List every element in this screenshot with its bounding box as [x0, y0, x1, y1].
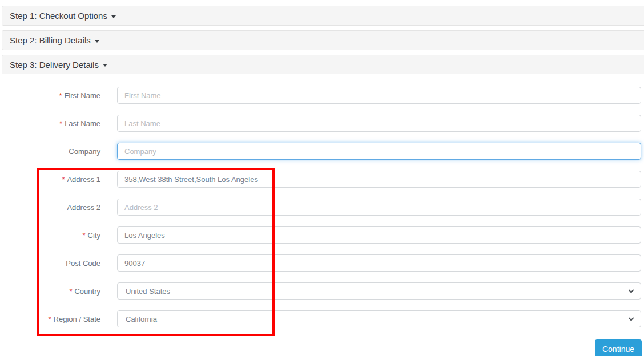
continue-button[interactable]: Continue	[595, 339, 642, 356]
address-2-input[interactable]	[117, 199, 641, 216]
delivery-details-panel: Step 3: Delivery Details *First Name *La…	[2, 55, 644, 356]
required-marker: *	[62, 175, 65, 184]
required-marker: *	[49, 315, 51, 323]
last-name-row: *Last Name	[2, 115, 644, 132]
region-state-row: *Region / State California	[2, 310, 644, 327]
address-2-label: Address 2	[2, 203, 100, 212]
region-state-select[interactable]: California	[117, 310, 641, 327]
caret-down-icon	[95, 40, 99, 43]
address-1-input[interactable]	[117, 171, 641, 188]
last-name-input[interactable]	[117, 115, 641, 132]
required-marker: *	[83, 231, 86, 240]
post-code-row: Post Code	[2, 254, 644, 272]
post-code-label: Post Code	[2, 259, 100, 268]
checkout-options-panel: Step 1: Checkout Options	[2, 6, 644, 26]
required-marker: *	[59, 91, 62, 100]
company-input[interactable]	[117, 143, 641, 160]
delivery-details-header-label: Step 3: Delivery Details	[10, 60, 99, 70]
caret-down-icon	[103, 64, 107, 67]
first-name-label: *First Name	[2, 91, 100, 100]
city-row: *City	[2, 226, 644, 244]
checkout-options-header-label: Step 1: Checkout Options	[10, 11, 107, 21]
country-row: *Country United States	[2, 282, 644, 300]
post-code-input[interactable]	[117, 254, 641, 272]
checkout-options-header[interactable]: Step 1: Checkout Options	[2, 6, 644, 25]
first-name-row: *First Name	[2, 87, 644, 104]
region-state-label: *Region / State	[2, 315, 100, 323]
first-name-input[interactable]	[117, 87, 641, 104]
delivery-details-header[interactable]: Step 3: Delivery Details	[2, 55, 644, 74]
country-select[interactable]: United States	[117, 282, 641, 300]
address-1-row: *Address 1	[2, 171, 644, 188]
billing-details-panel: Step 2: Billing Details	[2, 30, 644, 50]
caret-down-icon	[111, 15, 116, 18]
country-label: *Country	[2, 287, 100, 296]
city-label: *City	[2, 231, 100, 240]
required-marker: *	[69, 287, 72, 296]
company-label: Company	[2, 147, 100, 156]
required-marker: *	[59, 119, 62, 128]
delivery-details-form: *First Name *Last Name Company *	[2, 74, 644, 356]
city-input[interactable]	[117, 226, 641, 244]
billing-details-header-label: Step 2: Billing Details	[10, 35, 91, 45]
billing-details-header[interactable]: Step 2: Billing Details	[2, 31, 644, 50]
address-1-label: *Address 1	[2, 175, 100, 184]
last-name-label: *Last Name	[2, 119, 100, 128]
address-2-row: Address 2	[2, 199, 644, 216]
company-row: Company	[2, 143, 644, 160]
